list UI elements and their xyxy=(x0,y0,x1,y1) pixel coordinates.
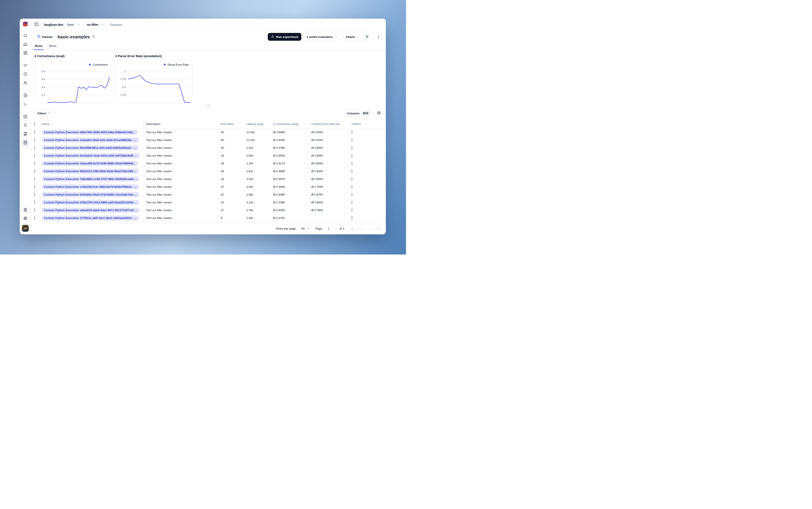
table-row[interactable]: Custom Python Execution adfae619-abb0-4d… xyxy=(34,206,382,214)
table-row[interactable]: Custom Python Execution fe91b83e-04a5-47… xyxy=(34,191,382,199)
run-name-link[interactable]: Custom Python Execution adfae619-abb0-4d… xyxy=(42,208,140,213)
breadcrumb-environment[interactable]: no-filter xyxy=(87,23,98,26)
sidebar-item-scores[interactable] xyxy=(22,113,29,121)
kebab-menu-icon[interactable] xyxy=(351,216,352,219)
table-row[interactable]: Custom Python Execution 076b2704-341d-48… xyxy=(34,199,382,206)
kebab-menu-icon[interactable] xyxy=(351,185,352,188)
column-header-parse-error[interactable]: # Parse Error Rate (an... xyxy=(311,123,349,126)
run-name-link[interactable]: Custom Python Execution 076b2704-341d-48… xyxy=(42,200,139,205)
kebab-menu-icon[interactable] xyxy=(351,162,352,165)
row-checkbox[interactable] xyxy=(34,185,35,189)
run-description-cell: Test our filter creator xyxy=(144,162,221,165)
row-checkbox[interactable] xyxy=(34,161,35,166)
sidebar-item-prompts[interactable] xyxy=(22,92,29,99)
more-actions-button[interactable] xyxy=(375,33,382,41)
row-checkbox[interactable] xyxy=(34,146,35,150)
row-checkbox[interactable] xyxy=(34,138,35,142)
sidebar-item-settings[interactable] xyxy=(22,206,29,214)
columns-button[interactable]: Columns 8/15 xyxy=(344,110,373,117)
column-header-name[interactable]: Name xyxy=(42,120,144,128)
tab-runs[interactable]: Runs xyxy=(34,44,43,50)
sidebar-item-evaluators[interactable] xyxy=(22,122,29,129)
next-page-button[interactable]: › xyxy=(366,225,373,232)
row-checkbox[interactable] xyxy=(34,200,35,204)
sidebar-item-dashboards[interactable] xyxy=(22,49,29,57)
run-name-link[interactable]: Custom Python Execution 371f531c-abff-4d… xyxy=(42,215,139,220)
table-row[interactable]: Custom Python Execution e14fa348-5cfc-49… xyxy=(34,183,382,191)
run-name-link[interactable]: Custom Python Execution 74de488e-ec9d-47… xyxy=(42,176,139,181)
column-header-correctness[interactable]: # Correctness (eval) xyxy=(273,123,311,126)
sidebar-item-playground[interactable] xyxy=(22,101,29,108)
kebab-menu-icon[interactable] xyxy=(351,193,352,196)
row-checkbox[interactable] xyxy=(34,130,35,134)
row-checkbox[interactable] xyxy=(34,216,35,220)
column-header-run-items[interactable]: Run Items xyxy=(221,123,246,126)
rows-per-page-select[interactable]: 50 xyxy=(299,225,312,232)
info-icon[interactable] xyxy=(90,35,95,39)
kebab-menu-icon[interactable] xyxy=(351,170,352,173)
first-page-button[interactable]: « xyxy=(348,225,356,232)
table-row[interactable]: Custom Python Execution f6bb1614-1f90-40… xyxy=(34,167,382,175)
breadcrumb-project[interactable]: langfuse-dev xyxy=(44,23,63,26)
table-row[interactable]: Custom Python Execution 5a15a616-1bab-44… xyxy=(34,152,382,160)
kebab-menu-icon[interactable] xyxy=(351,138,352,141)
svg-text:0.75: 0.75 xyxy=(121,78,126,81)
sidebar-item-users[interactable] xyxy=(22,79,29,87)
kebab-menu-icon[interactable] xyxy=(351,209,352,212)
table-row[interactable]: Custom Python Execution 371f531c-abff-4d… xyxy=(34,214,382,222)
kebab-menu-icon[interactable] xyxy=(351,146,352,149)
chevron-down-icon[interactable] xyxy=(77,23,80,27)
table-row[interactable]: Custom Python Execution 1daec0f9-5e78-43… xyxy=(34,160,382,167)
table-row[interactable]: Custom Python Execution 9fe23f98-881e-44… xyxy=(34,144,382,152)
chevron-down-icon[interactable] xyxy=(101,23,104,27)
sidebar-item-search[interactable] xyxy=(22,32,29,40)
row-checkbox[interactable] xyxy=(34,154,35,158)
filters-button[interactable]: Filters xyxy=(34,110,54,117)
select-all-checkbox[interactable] xyxy=(34,123,35,126)
panel-toggle-icon[interactable] xyxy=(34,22,39,27)
kebab-menu-icon[interactable] xyxy=(351,154,352,157)
drag-grip-icon[interactable] xyxy=(206,104,210,107)
run-name-link[interactable]: Custom Python Execution 114aa9ef-29e6-4e… xyxy=(42,138,139,142)
row-checkbox[interactable] xyxy=(34,177,35,181)
run-name-link[interactable]: Custom Python Execution e14fa348-5cfc-49… xyxy=(42,184,139,189)
table-row[interactable]: Custom Python Execution d66e7991-8595-45… xyxy=(34,129,382,136)
last-page-button[interactable]: » xyxy=(375,225,382,232)
user-avatar[interactable] xyxy=(22,225,29,232)
breadcrumb-section[interactable]: Datasets xyxy=(110,23,122,26)
parse-error-cell: Ø 0.8750 xyxy=(311,193,349,196)
run-description-cell: Test our filter creator xyxy=(144,170,221,173)
kebab-menu-icon[interactable] xyxy=(351,177,352,180)
run-name-link[interactable]: Custom Python Execution 1daec0f9-5e78-43… xyxy=(42,161,138,166)
row-height-button[interactable] xyxy=(375,110,382,117)
row-checkbox[interactable] xyxy=(34,169,35,173)
latency-cell: 1.99s xyxy=(246,193,273,196)
charts-toggle-button[interactable]: Charts 2 xyxy=(343,33,372,41)
row-checkbox[interactable] xyxy=(34,193,35,197)
run-name-link[interactable]: Custom Python Execution f6bb1614-1f90-40… xyxy=(42,169,138,174)
row-checkbox[interactable] xyxy=(34,208,35,212)
kebab-menu-icon[interactable] xyxy=(351,201,352,204)
sidebar-item-datasets[interactable] xyxy=(22,139,29,147)
table-row[interactable]: Custom Python Execution 114aa9ef-29e6-4e… xyxy=(34,136,382,144)
active-evaluators-button[interactable]: 1 active evaluators xyxy=(304,33,341,41)
run-name-link[interactable]: Custom Python Execution 5a15a616-1bab-44… xyxy=(42,153,140,158)
run-name-link[interactable]: Custom Python Execution d66e7991-8595-45… xyxy=(42,130,137,135)
column-header-description[interactable]: Description xyxy=(144,123,221,126)
run-name-link[interactable]: Custom Python Execution 9fe23f98-881e-44… xyxy=(42,145,138,150)
previous-page-button[interactable]: ‹ xyxy=(358,225,365,232)
kebab-menu-icon[interactable] xyxy=(351,131,352,134)
sidebar-item-home[interactable] xyxy=(22,41,29,48)
sidebar-item-sessions[interactable] xyxy=(22,71,29,78)
sidebar-item-support[interactable] xyxy=(22,215,29,223)
tab-items[interactable]: Items xyxy=(48,44,57,50)
run-name-link[interactable]: Custom Python Execution fe91b83e-04a5-47… xyxy=(42,192,139,197)
page-number-input[interactable] xyxy=(325,225,336,232)
sidebar-item-annotation[interactable] xyxy=(22,131,29,138)
chart-title: # Correctness (eval) xyxy=(34,54,111,58)
run-experiment-button[interactable]: Run experiment xyxy=(268,33,301,41)
sidebar-item-tracing[interactable] xyxy=(22,62,29,70)
run-items-cell: 30 xyxy=(221,146,246,149)
column-header-latency[interactable]: Latency (avg) xyxy=(246,123,273,126)
table-row[interactable]: Custom Python Execution 74de488e-ec9d-47… xyxy=(34,175,382,183)
